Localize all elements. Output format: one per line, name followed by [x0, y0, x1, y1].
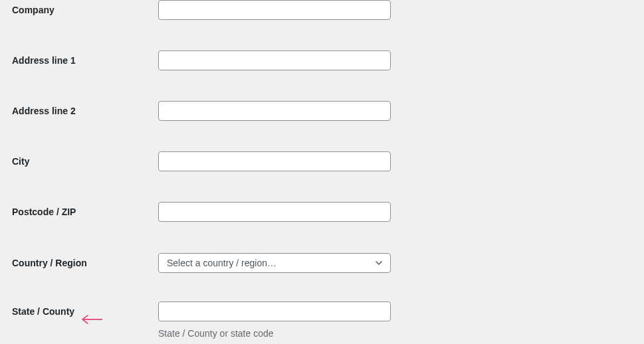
label-col: Address line 2 [12, 101, 158, 116]
field-row-city: City [12, 121, 632, 171]
label-col: Company [12, 0, 158, 15]
label-col: Country / Region [12, 253, 158, 268]
input-col [158, 202, 632, 222]
chevron-down-icon [374, 258, 383, 268]
input-col: Select a country / region… [158, 253, 632, 273]
company-input[interactable] [158, 0, 391, 20]
address1-input[interactable] [158, 50, 391, 70]
city-input[interactable] [158, 151, 391, 171]
label-col: Postcode / ZIP [12, 202, 158, 217]
input-col [158, 50, 632, 70]
field-row-company: Company [12, 0, 632, 20]
city-label: City [12, 156, 29, 167]
label-col: Address line 1 [12, 50, 158, 66]
state-helper-text: State / County or state code [158, 328, 632, 339]
country-select[interactable]: Select a country / region… [158, 253, 391, 273]
company-label: Company [12, 5, 54, 15]
input-col [158, 101, 632, 121]
input-col: State / County or state code [158, 301, 632, 339]
submit-row: Update User [12, 339, 632, 344]
input-col [158, 0, 632, 20]
label-col: State / County [12, 301, 158, 317]
field-row-state: State / County State / County or state c… [12, 273, 632, 339]
input-col [158, 151, 632, 171]
field-row-country: Country / Region Select a country / regi… [12, 222, 632, 273]
country-label: Country / Region [12, 258, 87, 268]
country-select-placeholder: Select a country / region… [167, 258, 276, 268]
label-col: City [12, 151, 158, 167]
state-input[interactable] [158, 301, 391, 321]
user-profile-form: Company Address line 1 Address line 2 Ci… [0, 0, 644, 344]
state-label: State / County [12, 306, 74, 317]
address2-input[interactable] [158, 101, 391, 121]
field-row-address1: Address line 1 [12, 20, 632, 70]
address1-label: Address line 1 [12, 55, 76, 66]
postcode-input[interactable] [158, 202, 391, 222]
field-row-postcode: Postcode / ZIP [12, 171, 632, 222]
postcode-label: Postcode / ZIP [12, 207, 76, 217]
address2-label: Address line 2 [12, 106, 76, 116]
field-row-address2: Address line 2 [12, 70, 632, 121]
